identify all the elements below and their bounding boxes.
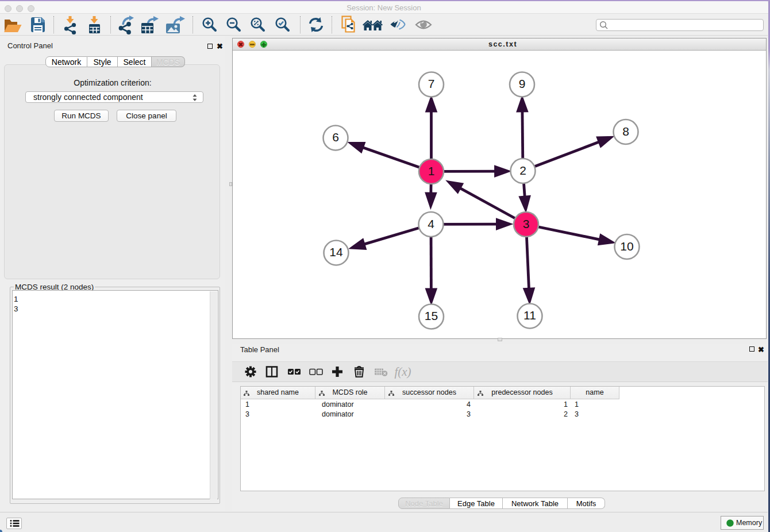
svg-text:15: 15: [425, 309, 438, 322]
svg-text:2: 2: [519, 164, 526, 177]
svg-text:8: 8: [622, 125, 629, 138]
svg-text:9: 9: [519, 77, 526, 90]
svg-text:7: 7: [428, 77, 435, 90]
svg-text:4: 4: [428, 217, 434, 230]
svg-text:6: 6: [332, 130, 339, 144]
svg-text:10: 10: [620, 240, 633, 253]
svg-text:1: 1: [428, 164, 435, 178]
svg-text:14: 14: [329, 245, 343, 259]
svg-text:11: 11: [523, 309, 536, 322]
svg-text:f(x): f(x): [394, 365, 411, 379]
svg-text:3: 3: [523, 217, 530, 230]
